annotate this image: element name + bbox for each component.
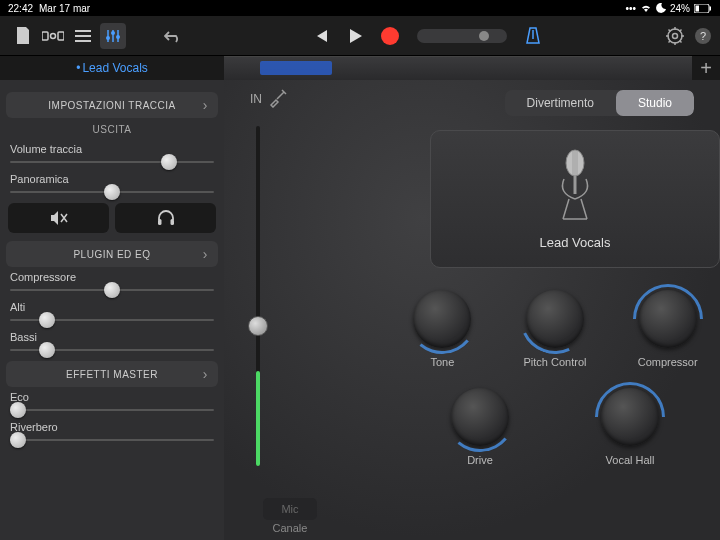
battery-pct: 24%	[670, 3, 690, 14]
input-level-fill	[256, 371, 260, 466]
channel-label: Canale	[230, 522, 350, 534]
uscita-label: USCITA	[6, 124, 218, 135]
metronome-button[interactable]	[525, 27, 541, 45]
section-track-settings[interactable]: IMPOSTAZIONI TRACCIA	[6, 92, 218, 118]
reverb-label: Riverbero	[10, 421, 214, 433]
timeline-ruler[interactable]	[224, 56, 692, 80]
settings-button[interactable]	[666, 27, 684, 45]
preset-card[interactable]: Lead Vocals	[430, 130, 720, 268]
knob-vocalhall-label: Vocal Hall	[606, 454, 655, 466]
controls-button[interactable]	[100, 23, 126, 49]
svg-rect-19	[572, 151, 578, 175]
add-track-button[interactable]: +	[692, 56, 720, 80]
svg-rect-2	[710, 6, 712, 10]
svg-point-4	[51, 33, 56, 38]
channel-selector[interactable]: Mic	[263, 498, 316, 520]
headphones-button[interactable]	[115, 203, 216, 233]
echo-slider[interactable]	[10, 409, 214, 411]
treble-label: Alti	[10, 301, 214, 313]
status-right: ••• 24%	[625, 3, 712, 14]
my-songs-button[interactable]	[10, 23, 36, 49]
svg-rect-7	[75, 35, 91, 37]
bass-slider[interactable]	[10, 349, 214, 351]
battery-icon	[694, 4, 712, 13]
status-time: 22:42	[8, 3, 33, 14]
status-bar: 22:42 Mar 17 mar ••• 24%	[0, 0, 720, 16]
help-button[interactable]: ?	[694, 27, 712, 45]
signal-icon: •••	[625, 3, 636, 14]
tab-studio[interactable]: Studio	[616, 90, 694, 116]
svg-rect-8	[75, 40, 91, 42]
svg-point-13	[673, 33, 678, 38]
svg-rect-6	[75, 30, 91, 32]
status-date: Mar 17 mar	[39, 3, 90, 14]
wifi-icon	[640, 3, 652, 13]
preset-name: Lead Vocals	[540, 235, 611, 250]
knob-tone[interactable]	[413, 290, 471, 348]
knob-drive[interactable]	[451, 388, 509, 446]
volume-label: Volume traccia	[10, 143, 214, 155]
section-plugin-eq[interactable]: PLUGIN ED EQ	[6, 241, 218, 267]
instrument-panel: IN Mic Canale Divertimento Studio	[224, 80, 720, 540]
svg-point-9	[106, 36, 110, 40]
tab-fun[interactable]: Divertimento	[505, 90, 616, 116]
microphone-icon	[555, 149, 595, 227]
ruler-row: Lead Vocals +	[0, 56, 720, 80]
knob-tone-label: Tone	[430, 356, 454, 368]
knob-pitch[interactable]	[526, 290, 584, 348]
input-plug-icon[interactable]	[268, 88, 288, 108]
top-toolbar: ?	[0, 16, 720, 56]
svg-rect-3	[42, 32, 48, 40]
mode-tabs: Divertimento Studio	[505, 90, 694, 116]
audio-region[interactable]	[260, 61, 332, 75]
compressor-slider[interactable]	[10, 289, 214, 291]
knob-pitch-label: Pitch Control	[523, 356, 586, 368]
reverb-slider[interactable]	[10, 439, 214, 441]
svg-rect-5	[58, 32, 64, 40]
knob-compressor-label: Compressor	[638, 356, 698, 368]
track-settings-sidebar: IMPOSTAZIONI TRACCIA USCITA Volume tracc…	[0, 80, 224, 540]
svg-rect-16	[158, 219, 162, 225]
svg-rect-17	[170, 219, 174, 225]
pan-slider[interactable]	[10, 191, 214, 193]
treble-slider[interactable]	[10, 319, 214, 321]
play-button[interactable]	[347, 28, 363, 44]
echo-label: Eco	[10, 391, 214, 403]
volume-slider[interactable]	[10, 161, 214, 163]
svg-point-10	[111, 31, 115, 35]
undo-button[interactable]	[160, 23, 186, 49]
input-level-meter	[256, 126, 260, 466]
moon-icon	[656, 3, 666, 13]
svg-rect-1	[696, 5, 700, 11]
svg-point-11	[116, 35, 120, 39]
track-title[interactable]: Lead Vocals	[0, 56, 224, 80]
mute-button[interactable]	[8, 203, 109, 233]
rewind-button[interactable]	[313, 28, 329, 44]
browser-button[interactable]	[40, 23, 66, 49]
record-button[interactable]	[381, 27, 399, 45]
svg-text:?: ?	[700, 30, 706, 42]
input-gain-fader[interactable]	[248, 316, 268, 336]
bass-label: Bassi	[10, 331, 214, 343]
knob-drive-label: Drive	[467, 454, 493, 466]
tracks-button[interactable]	[70, 23, 96, 49]
knob-compressor[interactable]	[639, 290, 697, 348]
section-master-fx[interactable]: EFFETTI MASTER	[6, 361, 218, 387]
timeline-scrubber[interactable]	[417, 29, 507, 43]
knob-vocalhall[interactable]	[601, 388, 659, 446]
